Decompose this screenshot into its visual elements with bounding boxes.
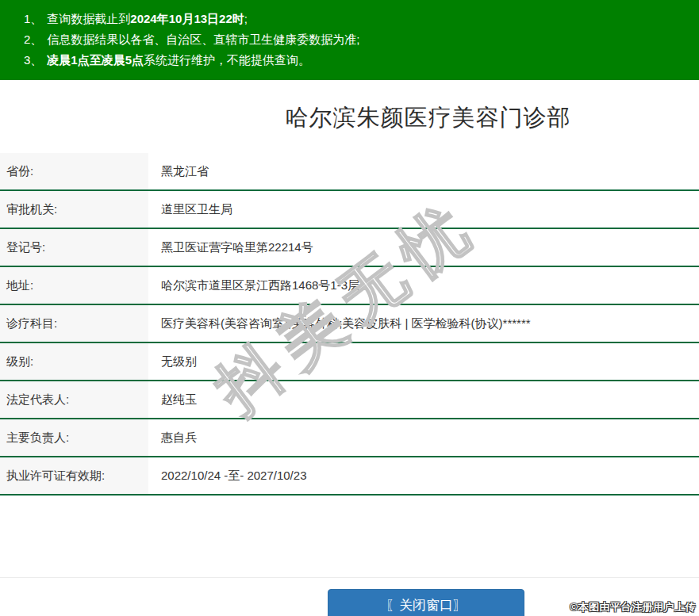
notice-number: 2、	[24, 33, 42, 46]
title-wrap: 哈尔滨朱颜医疗美容门诊部	[0, 104, 699, 131]
table-row-level: 级别: 无级别	[0, 343, 699, 381]
notice-banner: 1、查询数据截止到2024年10月13日22时; 2、信息数据结果以各省、自治区…	[0, 0, 699, 80]
notice-text-bold: 凌晨1点至凌晨5点	[47, 53, 144, 67]
table-row-principal: 主要负责人: 惠自兵	[0, 419, 699, 457]
field-value: 黑龙江省	[148, 153, 209, 189]
notice-line-2: 2、信息数据结果以各省、自治区、直辖市卫生健康委数据为准;	[24, 29, 683, 50]
table-row-legal-representative: 法定代表人: 赵纯玉	[0, 381, 699, 419]
field-label: 级别:	[0, 343, 148, 380]
copyright-watermark: ©本图由平台注册用户上传	[570, 600, 696, 614]
notice-text-bold: 2024年10月13日22时	[130, 12, 244, 25]
table-row-license-validity: 执业许可证有效期: 2022/10/24 -至- 2027/10/23	[0, 457, 699, 495]
field-value: 赵纯玉	[148, 381, 197, 418]
query-result-page: 1、查询数据截止到2024年10月13日22时; 2、信息数据结果以各省、自治区…	[0, 0, 699, 616]
field-label: 省份:	[0, 153, 148, 189]
close-window-button[interactable]: 〖关闭窗口〗	[328, 589, 524, 616]
field-value: 医疗美容科(美容咨询室);美容外科;美容皮肤科 | 医学检验科(协议)*****…	[148, 305, 531, 342]
notice-text: 信息数据结果以各省、自治区、直辖市卫生健康委数据为准;	[47, 33, 359, 46]
notice-line-1: 1、查询数据截止到2024年10月13日22时;	[24, 9, 683, 29]
notice-text: 系统进行维护，不能提供查询。	[144, 53, 310, 67]
field-value: 惠自兵	[148, 419, 197, 456]
field-value: 黑卫医证营字哈里第22214号	[148, 229, 313, 266]
table-row-approval-authority: 审批机关: 道里区卫生局	[0, 191, 699, 229]
field-label: 地址:	[0, 267, 148, 304]
field-value: 哈尔滨市道里区景江西路1468号1-3层	[148, 267, 359, 304]
notice-line-3: 3、凌晨1点至凌晨5点系统进行维护，不能提供查询。	[24, 50, 683, 71]
table-row-province: 省份: 黑龙江省	[0, 153, 699, 191]
field-label: 审批机关:	[0, 191, 148, 228]
field-value: 2022/10/24 -至- 2027/10/23	[148, 457, 306, 494]
field-value: 道里区卫生局	[148, 191, 232, 228]
table-row-address: 地址: 哈尔滨市道里区景江西路1468号1-3层	[0, 267, 699, 305]
field-label: 执业许可证有效期:	[0, 457, 148, 494]
table-row-registration-number: 登记号: 黑卫医证营字哈里第22214号	[0, 229, 699, 267]
notice-number: 3、	[24, 53, 42, 67]
field-label: 法定代表人:	[0, 381, 148, 418]
institution-info-table: 省份: 黑龙江省 审批机关: 道里区卫生局 登记号: 黑卫医证营字哈里第2221…	[0, 153, 699, 495]
field-label: 主要负责人:	[0, 419, 148, 456]
notice-number: 1、	[24, 12, 42, 25]
field-label: 诊疗科目:	[0, 305, 148, 342]
field-label: 登记号:	[0, 229, 148, 266]
footer-divider	[0, 577, 699, 578]
page-title: 哈尔滨朱颜医疗美容门诊部	[286, 104, 571, 131]
notice-text: 查询数据截止到	[47, 12, 130, 25]
notice-text: ;	[244, 12, 248, 25]
field-value: 无级别	[148, 343, 197, 380]
table-row-treatment-subjects: 诊疗科目: 医疗美容科(美容咨询室);美容外科;美容皮肤科 | 医学检验科(协议…	[0, 305, 699, 343]
